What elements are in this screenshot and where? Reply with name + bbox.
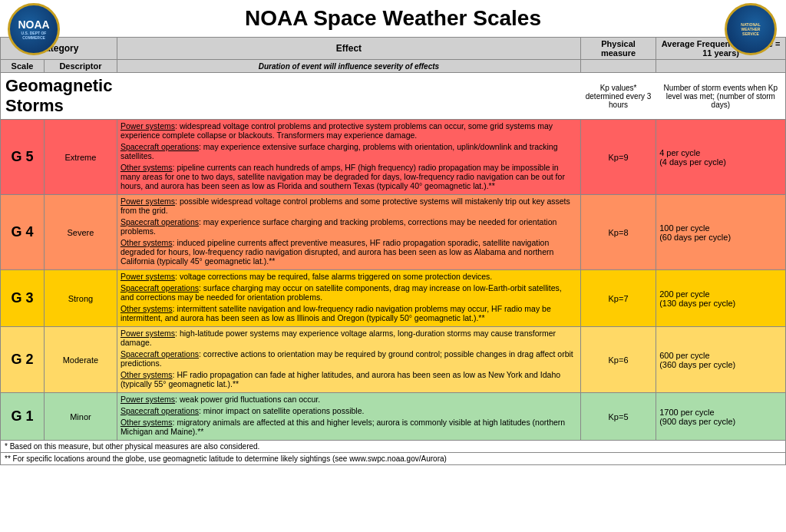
g2-physical: Kp=6 — [580, 327, 656, 393]
g5-frequency: 4 per cycle (4 days per cycle) — [656, 120, 786, 195]
col-header-row: Category Effect Physical measure Average… — [1, 38, 786, 60]
freq-note: Number of storm events when Kp level was… — [661, 84, 781, 109]
g5-descriptor: Extreme — [44, 120, 117, 195]
kp-note-cell: Kp values* determined every 3 hours — [580, 73, 656, 120]
freq-subheader — [656, 60, 786, 73]
section-title: Geomagnetic Storms — [5, 76, 112, 115]
table-row: G 2 Moderate Power systems: high-latitud… — [1, 327, 786, 393]
noaa-logo: NOAA U.S. DEPT OF COMMERCE — [8, 3, 61, 57]
scale-subheader: Scale — [1, 60, 45, 73]
g5-scale: G 5 — [1, 120, 45, 195]
g2-descriptor: Moderate — [44, 327, 117, 393]
sub-header-row: Scale Descriptor Duration of event will … — [1, 60, 786, 73]
nws-logo: NATIONALWEATHERSERVICE — [725, 3, 778, 57]
page-container: NOAA U.S. DEPT OF COMMERCE NOAA Space We… — [0, 0, 786, 465]
nws-text: NATIONALWEATHERSERVICE — [741, 22, 760, 36]
g1-frequency: 1700 per cycle (900 days per cycle) — [656, 393, 786, 441]
table-row: G 3 Strong Power systems: voltage correc… — [1, 270, 786, 327]
duration-note: Duration of event will influence severit… — [117, 60, 580, 73]
g1-physical: Kp=5 — [580, 393, 656, 441]
section-title-row: Geomagnetic Storms Kp values* determined… — [1, 73, 786, 120]
noaa-text: NOAA — [18, 18, 49, 31]
g4-descriptor: Severe — [44, 195, 117, 270]
freq-note-cell: Number of storm events when Kp level was… — [656, 73, 786, 120]
header: NOAA U.S. DEPT OF COMMERCE NOAA Space We… — [0, 0, 786, 37]
page-title: NOAA Space Weather Scales — [245, 6, 541, 31]
footnote-2: ** For specific locations around the glo… — [1, 453, 786, 465]
physical-subheader — [580, 60, 656, 73]
g4-physical: Kp=8 — [580, 195, 656, 270]
g2-frequency: 600 per cycle (360 days per cycle) — [656, 327, 786, 393]
noaa-subtext: U.S. DEPT OF COMMERCE — [10, 31, 58, 40]
g3-physical: Kp=7 — [580, 270, 656, 327]
effect-header: Effect — [117, 38, 580, 60]
main-table: Category Effect Physical measure Average… — [0, 37, 786, 465]
footnote-row-2: ** For specific locations around the glo… — [1, 453, 786, 465]
descriptor-subheader: Descriptor — [44, 60, 117, 73]
section-title-cell: Geomagnetic Storms — [1, 73, 117, 120]
g1-descriptor: Minor — [44, 393, 117, 441]
g1-effect: Power systems: weak power grid fluctuati… — [117, 393, 580, 441]
g4-effect: Power systems: possible widespread volta… — [117, 195, 580, 270]
g5-effect: Power systems: widespread voltage contro… — [117, 120, 580, 195]
g4-scale: G 4 — [1, 195, 45, 270]
kp-note: Kp values* determined every 3 hours — [585, 84, 651, 109]
g3-frequency: 200 per cycle (130 days per cycle) — [656, 270, 786, 327]
footnote-row-1: * Based on this measure, but other physi… — [1, 441, 786, 453]
section-title-spacer — [117, 73, 580, 120]
g3-effect: Power systems: voltage corrections may b… — [117, 270, 580, 327]
table-row: G 4 Severe Power systems: possible wides… — [1, 195, 786, 270]
g3-descriptor: Strong — [44, 270, 117, 327]
g4-frequency: 100 per cycle (60 days per cycle) — [656, 195, 786, 270]
table-row: G 1 Minor Power systems: weak power grid… — [1, 393, 786, 441]
table-row: G 5 Extreme Power systems: widespread vo… — [1, 120, 786, 195]
g1-scale: G 1 — [1, 393, 45, 441]
g2-scale: G 2 — [1, 327, 45, 393]
g5-physical: Kp=9 — [580, 120, 656, 195]
physical-header: Physical measure — [580, 38, 656, 60]
g3-scale: G 3 — [1, 270, 45, 327]
footnote-1: * Based on this measure, but other physi… — [1, 441, 786, 453]
g2-effect: Power systems: high-latitude power syste… — [117, 327, 580, 393]
